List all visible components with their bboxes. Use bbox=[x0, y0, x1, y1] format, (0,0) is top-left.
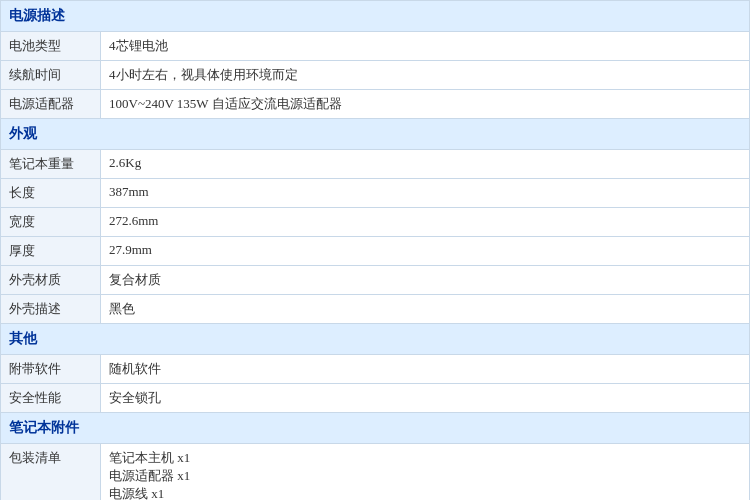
row-label: 宽度 bbox=[1, 208, 101, 237]
row-label: 安全性能 bbox=[1, 384, 101, 413]
row-value: 2.6Kg bbox=[101, 150, 750, 179]
row-label: 外壳材质 bbox=[1, 266, 101, 295]
row-label: 笔记本重量 bbox=[1, 150, 101, 179]
row-label: 附带软件 bbox=[1, 355, 101, 384]
row-value: 272.6mm bbox=[101, 208, 750, 237]
row-label: 续航时间 bbox=[1, 61, 101, 90]
section-header-power: 电源描述 bbox=[1, 1, 750, 32]
row-value: 笔记本主机 x1电源适配器 x1电源线 x1说明书 x1保修卡 x1 bbox=[101, 444, 750, 501]
table-row: 外壳描述黑色 bbox=[1, 295, 750, 324]
table-row: 笔记本重量2.6Kg bbox=[1, 150, 750, 179]
table-row: 包装清单笔记本主机 x1电源适配器 x1电源线 x1说明书 x1保修卡 x1 bbox=[1, 444, 750, 501]
row-label: 电源适配器 bbox=[1, 90, 101, 119]
table-row: 续航时间4小时左右，视具体使用环境而定 bbox=[1, 61, 750, 90]
section-title-power: 电源描述 bbox=[1, 1, 750, 32]
row-value: 复合材质 bbox=[101, 266, 750, 295]
row-value: 387mm bbox=[101, 179, 750, 208]
row-label: 长度 bbox=[1, 179, 101, 208]
row-value: 100V~240V 135W 自适应交流电源适配器 bbox=[101, 90, 750, 119]
table-row: 外壳材质复合材质 bbox=[1, 266, 750, 295]
table-row: 宽度272.6mm bbox=[1, 208, 750, 237]
table-row: 附带软件随机软件 bbox=[1, 355, 750, 384]
section-title-accessories: 笔记本附件 bbox=[1, 413, 750, 444]
row-label: 包装清单 bbox=[1, 444, 101, 501]
row-value: 黑色 bbox=[101, 295, 750, 324]
row-label: 电池类型 bbox=[1, 32, 101, 61]
row-value: 4芯锂电池 bbox=[101, 32, 750, 61]
section-header-accessories: 笔记本附件 bbox=[1, 413, 750, 444]
table-row: 安全性能安全锁孔 bbox=[1, 384, 750, 413]
table-row: 电池类型4芯锂电池 bbox=[1, 32, 750, 61]
row-label: 厚度 bbox=[1, 237, 101, 266]
row-value: 随机软件 bbox=[101, 355, 750, 384]
section-header-other: 其他 bbox=[1, 324, 750, 355]
section-header-appearance: 外观 bbox=[1, 119, 750, 150]
table-row: 厚度27.9mm bbox=[1, 237, 750, 266]
row-value: 4小时左右，视具体使用环境而定 bbox=[101, 61, 750, 90]
row-label: 外壳描述 bbox=[1, 295, 101, 324]
row-value: 安全锁孔 bbox=[101, 384, 750, 413]
spec-table: 电源描述电池类型4芯锂电池续航时间4小时左右，视具体使用环境而定电源适配器100… bbox=[0, 0, 750, 500]
section-title-other: 其他 bbox=[1, 324, 750, 355]
row-value: 27.9mm bbox=[101, 237, 750, 266]
table-row: 长度387mm bbox=[1, 179, 750, 208]
section-title-appearance: 外观 bbox=[1, 119, 750, 150]
table-row: 电源适配器100V~240V 135W 自适应交流电源适配器 bbox=[1, 90, 750, 119]
